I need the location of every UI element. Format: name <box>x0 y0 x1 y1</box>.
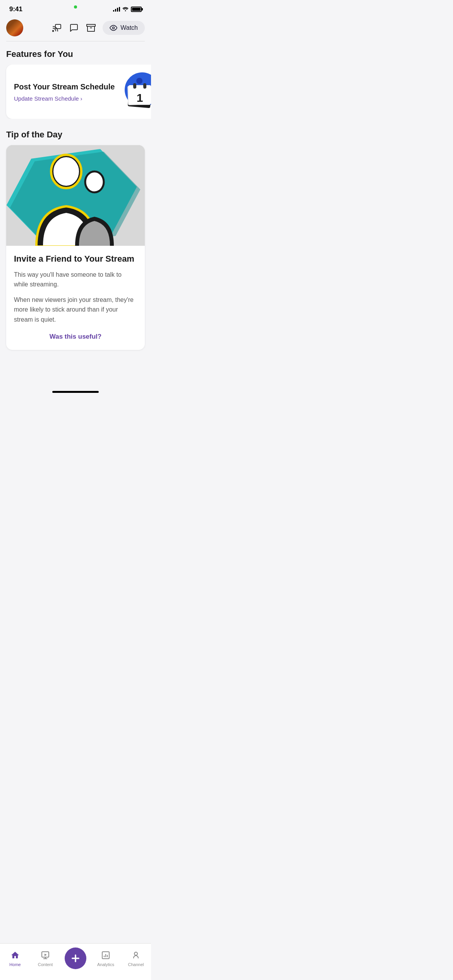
features-carousel: Post Your Stream Schedule Update Stream … <box>0 65 151 119</box>
signal-icon <box>113 7 120 12</box>
status-time: 9:41 <box>9 5 22 13</box>
tip-section-title: Tip of the Day <box>6 130 145 140</box>
svg-rect-12 <box>143 83 146 89</box>
feature-card-title-schedule: Post Your Stream Schedule <box>14 82 115 91</box>
tip-card: Invite a Friend to Your Stream This way … <box>6 145 145 350</box>
calendar-illustration: 1 <box>121 72 151 111</box>
svg-text:1: 1 <box>137 91 143 104</box>
cast-icon[interactable] <box>51 22 62 33</box>
svg-point-4 <box>113 27 115 29</box>
header: Watch <box>0 16 151 41</box>
feature-card-text-schedule: Post Your Stream Schedule Update Stream … <box>14 82 115 102</box>
features-section-title: Features for You <box>6 49 145 59</box>
eye-icon <box>110 24 117 32</box>
tip-paragraph-2: When new viewers join your stream, they'… <box>14 295 137 325</box>
live-dot <box>74 5 77 9</box>
inbox-icon[interactable] <box>86 22 96 33</box>
tip-feedback-link[interactable]: Was this useful? <box>14 330 137 342</box>
feature-card-link-schedule[interactable]: Update Stream Schedule › <box>14 95 115 102</box>
home-indicator <box>52 391 99 393</box>
chat-icon[interactable] <box>69 22 79 33</box>
watch-button[interactable]: Watch <box>103 21 145 35</box>
tip-title: Invite a Friend to Your Stream <box>14 254 137 264</box>
avatar[interactable] <box>6 19 23 36</box>
battery-icon <box>131 7 142 12</box>
watch-label: Watch <box>120 24 138 31</box>
tip-body: Invite a Friend to Your Stream This way … <box>6 246 145 350</box>
tip-image <box>6 145 145 246</box>
status-icons <box>113 7 142 12</box>
wifi-icon <box>122 7 129 12</box>
svg-point-19 <box>85 171 104 192</box>
main-content: Features for You Post Your Stream Schedu… <box>0 41 151 389</box>
feature-card-schedule[interactable]: Post Your Stream Schedule Update Stream … <box>6 65 151 119</box>
svg-point-0 <box>53 31 54 32</box>
svg-point-6 <box>136 78 142 84</box>
header-icons: Watch <box>51 21 145 35</box>
main-inner: Features for You Post Your Stream Schedu… <box>0 41 151 350</box>
tip-paragraph-1: This way you'll have someone to talk to … <box>14 270 137 290</box>
tip-section: Tip of the Day <box>6 130 145 350</box>
svg-rect-2 <box>87 24 95 26</box>
svg-point-17 <box>52 156 80 187</box>
svg-rect-11 <box>133 83 136 89</box>
